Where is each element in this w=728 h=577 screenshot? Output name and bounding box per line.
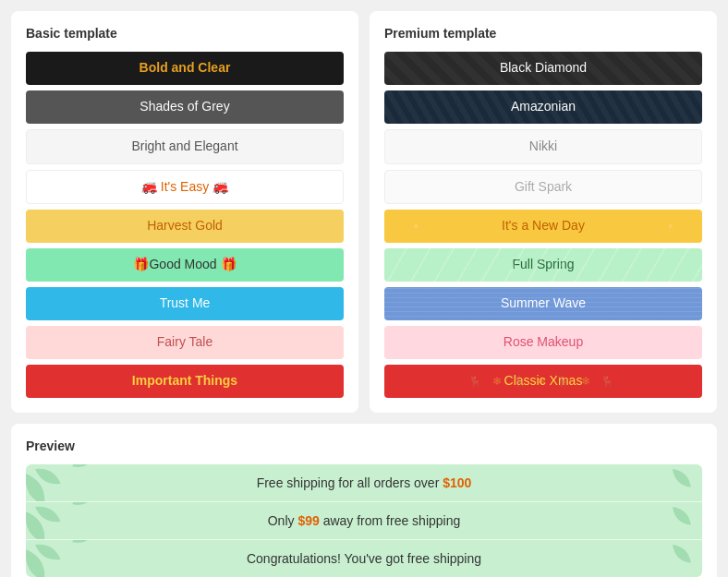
premium-template-panel: Premium template Black DiamondAmazonianN…	[370, 11, 717, 413]
premium-template-its-a-new-day[interactable]: It's a New Day	[384, 210, 702, 243]
preview-container: Free shipping for all orders over $100On…	[26, 464, 702, 577]
premium-template-amazonian[interactable]: Amazonian	[384, 90, 702, 124]
basic-panel-title: Basic template	[26, 26, 344, 41]
preview-bar-text-bar1: Free shipping for all orders over $100	[257, 475, 472, 490]
premium-panel-title: Premium template	[384, 26, 702, 41]
preview-highlight-bar2: $99	[297, 513, 319, 528]
premium-template-nikki[interactable]: Nikki	[384, 129, 702, 164]
premium-template-black-diamond[interactable]: Black Diamond	[384, 52, 702, 85]
premium-template-gift-spark[interactable]: Gift Spark	[384, 170, 702, 205]
basic-template-its-easy[interactable]: 🚒 It's Easy 🚒	[26, 170, 344, 205]
preview-bar-text-bar3: Congratulations! You've got free shippin…	[247, 551, 481, 566]
premium-template-summer-wave[interactable]: Summer Wave	[384, 287, 702, 320]
preview-bar-bar1: Free shipping for all orders over $100	[26, 464, 702, 501]
basic-template-panel: Basic template Bold and ClearShades of G…	[11, 11, 358, 413]
preview-bar-bar3: Congratulations! You've got free shippin…	[26, 539, 702, 577]
basic-template-good-mood[interactable]: 🎁Good Mood 🎁	[26, 248, 344, 282]
premium-template-full-spring[interactable]: Full Spring	[384, 248, 702, 282]
preview-bar-text-bar2: Only $99 away from free shipping	[268, 513, 461, 528]
basic-template-fairy-tale[interactable]: Fairy Tale	[26, 326, 344, 359]
basic-template-harvest-gold[interactable]: Harvest Gold	[26, 210, 344, 243]
preview-bar-bar2: Only $99 away from free shipping	[26, 501, 702, 539]
premium-template-rose-makeup[interactable]: Rose Makeup	[384, 326, 702, 359]
basic-template-bold-and-clear[interactable]: Bold and Clear	[26, 52, 344, 85]
basic-template-trust-me[interactable]: Trust Me	[26, 287, 344, 320]
basic-template-bright-and-elegant[interactable]: Bright and Elegant	[26, 129, 344, 164]
basic-template-shades-of-grey[interactable]: Shades of Grey	[26, 90, 344, 124]
preview-highlight-bar1: $100	[443, 475, 471, 490]
premium-template-classic-xmas[interactable]: Classic Xmas	[384, 365, 702, 398]
basic-template-important-things[interactable]: Important Things	[26, 365, 344, 398]
preview-section: Preview Free shipping for all orders ove…	[11, 424, 717, 577]
preview-title: Preview	[26, 439, 702, 453]
basic-template-list: Bold and ClearShades of GreyBright and E…	[26, 52, 344, 398]
premium-template-list: Black DiamondAmazonianNikkiGift SparkIt'…	[384, 52, 702, 398]
